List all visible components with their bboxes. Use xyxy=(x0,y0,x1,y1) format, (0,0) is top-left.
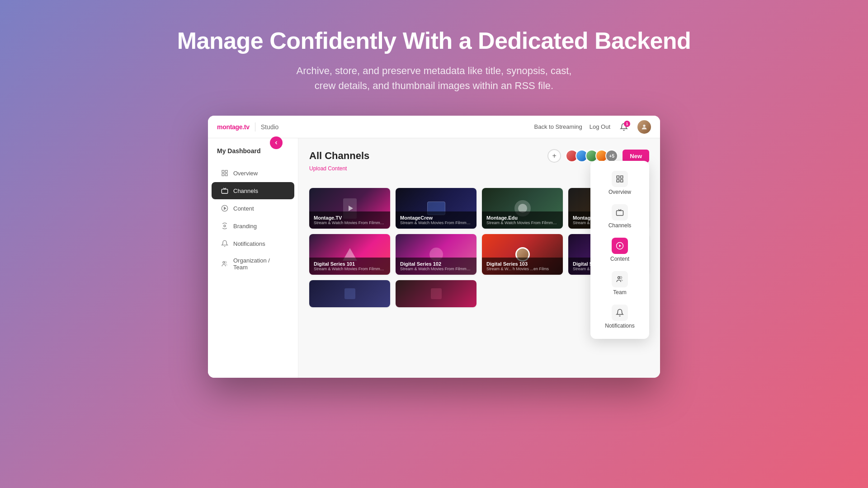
notification-bell[interactable]: 1 xyxy=(618,121,630,133)
channels-page-title: All Channels xyxy=(309,150,547,162)
channel-desc: Stream & W... h Movies ...en Films xyxy=(486,267,558,271)
channel-desc: Stream & Watch Movies From Filmmakers xyxy=(400,221,472,225)
sidebar-item-label: Notifications xyxy=(233,240,265,247)
sidebar-item-label: Organization / Team xyxy=(233,257,285,271)
svg-point-19 xyxy=(620,277,622,279)
floating-quick-menu: Overview Channels xyxy=(590,161,649,339)
sidebar-item-channels[interactable]: Channels xyxy=(212,182,294,199)
sidebar-item-overview[interactable]: Overview xyxy=(212,164,294,182)
svg-rect-5 xyxy=(222,189,227,193)
browser-body: My Dashboard Overview xyxy=(208,138,660,378)
channel-info: Montage.Edu Stream & Watch Movies From F… xyxy=(482,211,563,229)
channel-info: Digital Series 103 Stream & W... h Movie… xyxy=(482,258,563,275)
sidebar: My Dashboard Overview xyxy=(208,138,298,378)
org-team-icon xyxy=(221,260,229,268)
sidebar-title: My Dashboard xyxy=(217,147,260,155)
user-avatar[interactable] xyxy=(637,120,651,134)
browser-window: montage.tv Studio Back to Streaming Log … xyxy=(208,116,660,378)
svg-point-10 xyxy=(225,262,226,263)
channel-name: Digital Series 102 xyxy=(400,261,472,267)
hero-subtitle: Archive, store, and preserve metadata li… xyxy=(297,63,572,93)
overview-icon xyxy=(221,169,229,177)
channel-thumbnail: Montage.Edu Stream & Watch Movies From F… xyxy=(482,188,563,229)
sidebar-item-notifications[interactable]: Notifications xyxy=(212,235,294,252)
sidebar-header: My Dashboard xyxy=(208,147,298,162)
channels-icon xyxy=(221,187,229,195)
floating-menu-team[interactable]: Team xyxy=(590,267,649,300)
svg-rect-13 xyxy=(617,180,619,182)
channel-info: MontageCrew Stream & Watch Movies From F… xyxy=(396,211,476,229)
sidebar-item-label: Content xyxy=(233,205,254,212)
back-to-streaming-link[interactable]: Back to Streaming xyxy=(534,123,582,130)
floating-menu-label: Content xyxy=(610,256,629,262)
svg-rect-2 xyxy=(225,170,227,173)
sidebar-item-org-team[interactable]: Organization / Team xyxy=(212,253,294,275)
channel-name: Digital Series 103 xyxy=(486,261,558,267)
table-row[interactable]: Digital Series 101 Stream & Watch Movies… xyxy=(309,234,390,275)
content-fm-icon xyxy=(612,238,628,254)
channel-name: Montage.TV xyxy=(314,215,386,221)
channel-name: Digital Series 101 xyxy=(314,261,386,267)
sidebar-item-branding[interactable]: Branding xyxy=(212,217,294,235)
floating-menu-label: Channels xyxy=(609,222,632,229)
sidebar-item-label: Branding xyxy=(233,223,257,230)
svg-rect-4 xyxy=(225,174,227,176)
channel-thumbnail: Digital Series 103 Stream & W... h Movie… xyxy=(482,234,563,275)
svg-rect-1 xyxy=(222,170,224,173)
avatar-icon xyxy=(641,123,648,131)
svg-rect-15 xyxy=(617,211,623,216)
floating-menu-overview[interactable]: Overview xyxy=(590,166,649,200)
student-avatars: +5 xyxy=(566,150,618,162)
floating-menu-label: Notifications xyxy=(605,323,634,329)
studio-label: Studio xyxy=(261,123,279,131)
branding-icon xyxy=(221,222,229,230)
table-row[interactable] xyxy=(309,280,390,307)
top-nav: Back to Streaming Log Out 1 xyxy=(534,120,651,134)
channel-info: Digital Series 101 Stream & Watch Movies… xyxy=(309,258,390,275)
channel-thumbnail: Digital Series 101 Stream & Watch Movies… xyxy=(309,234,390,275)
table-row[interactable] xyxy=(396,280,476,307)
overview-fm-icon xyxy=(612,171,628,187)
table-row[interactable]: MontageCrew Stream & Watch Movies From F… xyxy=(396,188,476,229)
svg-point-8 xyxy=(224,225,226,227)
channel-thumbnail xyxy=(309,280,390,307)
channel-thumbnail: MontageCrew Stream & Watch Movies From F… xyxy=(396,188,476,229)
add-channel-button[interactable]: + xyxy=(547,149,561,163)
logo-divider xyxy=(255,122,255,131)
table-row[interactable]: Montage.TV Stream & Watch Movies From Fi… xyxy=(309,188,390,229)
channel-desc: Stream & Watch Movies From Filmmakers xyxy=(314,221,386,225)
chevron-left-icon xyxy=(274,140,279,145)
svg-rect-11 xyxy=(617,176,619,178)
sidebar-item-content[interactable]: Content xyxy=(212,200,294,217)
empty-cell xyxy=(482,280,563,307)
channel-info: Digital Series 102 Stream & Watch Movies… xyxy=(396,258,476,275)
notifications-icon xyxy=(221,239,229,248)
sidebar-collapse-button[interactable] xyxy=(270,136,283,149)
avatar-overflow-count: +5 xyxy=(605,150,618,162)
floating-menu-channels[interactable]: Channels xyxy=(590,200,649,233)
table-row[interactable]: Digital Series 103 Stream & W... h Movie… xyxy=(482,234,563,275)
table-row[interactable]: Montage.Edu Stream & Watch Movies From F… xyxy=(482,188,563,229)
sidebar-item-label: Overview xyxy=(233,170,258,177)
sidebar-item-label: Channels xyxy=(233,188,258,194)
channel-desc: Stream & Watch Movies From Filmmakers xyxy=(314,267,386,271)
svg-point-0 xyxy=(643,124,645,127)
table-row[interactable]: Digital Series 102 Stream & Watch Movies… xyxy=(396,234,476,275)
team-fm-icon xyxy=(612,271,628,287)
brand-logo: montage.tv xyxy=(217,123,250,131)
channel-info: Montage.TV Stream & Watch Movies From Fi… xyxy=(309,211,390,229)
channel-thumbnail xyxy=(396,280,476,307)
log-out-link[interactable]: Log Out xyxy=(590,123,610,130)
floating-menu-notifications[interactable]: Notifications xyxy=(590,300,649,333)
channel-name: MontageCrew xyxy=(400,215,472,221)
floating-menu-label: Overview xyxy=(609,189,631,195)
channel-desc: Stream & Watch Movies From Filmmakers xyxy=(400,267,472,271)
floating-menu-content[interactable]: Content xyxy=(590,233,649,267)
content-icon xyxy=(221,204,229,212)
main-content: All Channels + +5 New Upload Content 15 … xyxy=(298,138,660,378)
notifications-fm-icon xyxy=(612,305,628,321)
channel-thumbnail: Digital Series 102 Stream & Watch Movies… xyxy=(396,234,476,275)
hero-title: Manage Confidently With a Dedicated Back… xyxy=(177,27,691,54)
svg-rect-3 xyxy=(222,174,224,176)
browser-topbar: montage.tv Studio Back to Streaming Log … xyxy=(208,116,660,138)
